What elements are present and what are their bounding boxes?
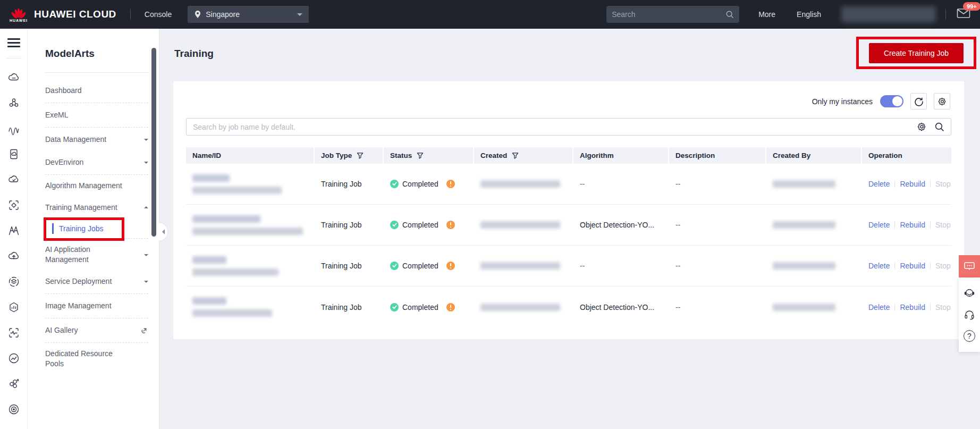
- status-text: Completed: [402, 180, 438, 188]
- sidebar-scrollbar-thumb[interactable]: [151, 48, 156, 237]
- cell-name-redacted[interactable]: [186, 215, 315, 235]
- pulse-monitor-icon[interactable]: [7, 326, 21, 340]
- cell-description: --: [669, 303, 766, 312]
- messages-button[interactable]: 99+: [957, 8, 970, 21]
- delete-link[interactable]: Delete: [868, 262, 890, 270]
- cell-name-redacted[interactable]: [186, 174, 315, 194]
- col-status: Status: [390, 152, 412, 159]
- col-algorithm: Algorithm: [580, 152, 614, 159]
- filter-icon[interactable]: [356, 152, 364, 159]
- language-menu[interactable]: English: [797, 10, 821, 19]
- training-jobs-card: Only my instances: [173, 81, 964, 339]
- sidebar-item-data-management[interactable]: Data Management: [45, 128, 148, 151]
- menu-hamburger-icon[interactable]: [7, 36, 20, 49]
- training-jobs-table: Name/ID Job Type Status Created Algorith…: [186, 147, 951, 327]
- hexagon-cluster-icon[interactable]: [7, 377, 21, 391]
- support-agent-button[interactable]: [962, 287, 976, 300]
- more-menu[interactable]: More: [758, 10, 775, 19]
- refresh-button[interactable]: [910, 93, 927, 110]
- hexagon-chart-icon[interactable]: [7, 300, 21, 314]
- sidebar-item-algorithm-management[interactable]: Algorithm Management: [45, 175, 125, 196]
- status-success-icon: [390, 180, 399, 188]
- search-settings-button[interactable]: [917, 122, 927, 132]
- toggle-knob: [892, 96, 902, 106]
- search-icon[interactable]: [725, 10, 734, 19]
- molecule-cluster-icon[interactable]: [7, 96, 21, 110]
- sidebar-item-devenviron[interactable]: DevEnviron: [45, 151, 148, 174]
- job-search-input[interactable]: [193, 123, 909, 131]
- status-text: Completed: [402, 262, 438, 270]
- active-indicator-bar: [52, 223, 54, 234]
- cell-name-redacted[interactable]: [186, 297, 315, 317]
- scan-diamond-icon[interactable]: [7, 198, 21, 212]
- sidebar-item-dedicated-resource-pools[interactable]: Dedicated Resource Pools: [45, 343, 125, 374]
- rebuild-link[interactable]: Rebuild: [900, 262, 925, 270]
- brand-title: HUAWEI CLOUD: [34, 9, 116, 20]
- status-warning-icon[interactable]: [446, 303, 455, 312]
- cell-name-redacted[interactable]: [186, 256, 315, 276]
- stop-link-disabled: Stop: [935, 221, 951, 229]
- cloud-upload-icon[interactable]: [7, 249, 21, 263]
- feedback-chat-button[interactable]: [959, 255, 980, 277]
- cell-description: --: [669, 262, 766, 270]
- console-link[interactable]: Console: [145, 10, 172, 19]
- table-settings-button[interactable]: [934, 93, 950, 110]
- trend-circle-icon[interactable]: [7, 351, 21, 365]
- cell-algorithm: --: [573, 180, 669, 188]
- eye-target-icon[interactable]: [7, 402, 21, 416]
- m-graph-icon[interactable]: [7, 224, 21, 238]
- headset-support-button[interactable]: [962, 308, 976, 322]
- only-my-instances-toggle[interactable]: [880, 95, 903, 107]
- cell-created-redacted: [474, 304, 573, 311]
- sidebar-item-image-management[interactable]: Image Management: [45, 295, 148, 317]
- col-name-id: Name/ID: [192, 152, 221, 159]
- rebuild-link[interactable]: Rebuild: [900, 180, 925, 188]
- refresh-icon: [914, 97, 924, 106]
- delete-link[interactable]: Delete: [868, 303, 890, 312]
- col-description: Description: [675, 152, 715, 159]
- cell-algorithm: --: [573, 262, 669, 270]
- delete-link[interactable]: Delete: [868, 221, 890, 229]
- chevron-left-icon: [159, 229, 165, 234]
- table-row: Training Job Completed Object Detection-…: [186, 287, 951, 327]
- device-cloud-icon[interactable]: [7, 147, 21, 161]
- sidebar-item-ai-gallery[interactable]: AI Gallery: [45, 319, 148, 342]
- sidebar-item-dashboard[interactable]: Dashboard: [45, 79, 148, 102]
- sidebar-item-training-management[interactable]: Training Management: [45, 196, 148, 219]
- headset-icon: [963, 308, 976, 321]
- status-warning-icon[interactable]: [446, 180, 455, 188]
- sidebar-item-service-deployment[interactable]: Service Deployment: [45, 270, 148, 293]
- status-text: Completed: [402, 303, 438, 312]
- data-layers-icon[interactable]: [7, 275, 21, 289]
- status-warning-icon[interactable]: [446, 262, 455, 270]
- cloud-server-icon[interactable]: [7, 71, 21, 85]
- region-selector[interactable]: Singapore: [188, 6, 309, 23]
- sidebar-item-ai-application-management[interactable]: AI Application Management: [45, 239, 148, 270]
- chevron-down-icon: [144, 281, 148, 285]
- rebuild-link[interactable]: Rebuild: [900, 303, 925, 312]
- sidebar-item-exeml[interactable]: ExeML: [45, 104, 148, 127]
- chevron-up-icon: [144, 204, 148, 208]
- search-submit-button[interactable]: [934, 122, 944, 132]
- filter-icon[interactable]: [511, 152, 519, 159]
- cell-created-by-redacted: [766, 262, 862, 270]
- huawei-logo-icon[interactable]: HUAWEI: [10, 7, 28, 22]
- rebuild-link[interactable]: Rebuild: [900, 221, 925, 229]
- global-search-input[interactable]: [612, 10, 725, 19]
- help-button[interactable]: ?: [962, 329, 976, 343]
- floating-help-toolbar: ?: [959, 255, 980, 352]
- filter-icon[interactable]: [416, 152, 424, 159]
- delete-link[interactable]: Delete: [868, 180, 890, 188]
- topbar: HUAWEI HUAWEI CLOUD Console Singapore Mo…: [0, 0, 980, 29]
- dashed-separator: [45, 318, 148, 318]
- mail-badge: 99+: [963, 2, 980, 11]
- status-warning-icon[interactable]: [446, 221, 455, 229]
- cloud-check-icon[interactable]: [7, 173, 21, 187]
- username-redacted[interactable]: [841, 6, 936, 22]
- sidebar-item-training-jobs-active[interactable]: Training Jobs: [52, 223, 116, 234]
- wave-graph-icon[interactable]: [7, 122, 21, 136]
- divider: [45, 72, 148, 73]
- chevron-down-icon: [297, 13, 302, 19]
- question-mark-icon: ?: [964, 330, 975, 342]
- create-training-job-button[interactable]: Create Training Job: [869, 43, 964, 63]
